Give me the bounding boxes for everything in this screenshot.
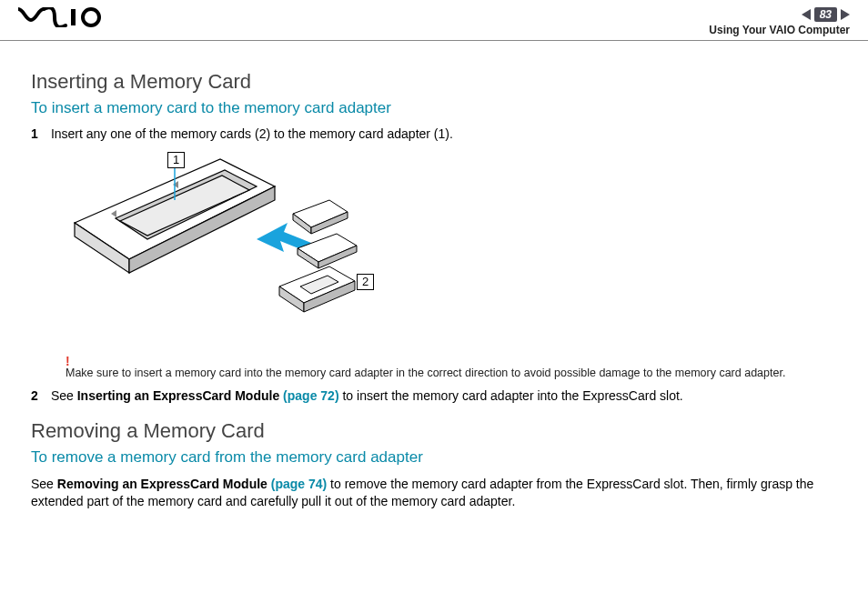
heading-inserting: Inserting a Memory Card (31, 70, 837, 94)
step-1: 1 Insert any one of the memory cards (2)… (31, 126, 837, 141)
link-page-72[interactable]: (page 72) (283, 388, 338, 403)
link-page-74[interactable]: (page 74) (271, 477, 327, 491)
page-content: Inserting a Memory Card To insert a memo… (0, 41, 868, 527)
step-2-bold: Inserting an ExpressCard Module (77, 388, 283, 403)
step-1-text: Insert any one of the memory cards (2) t… (51, 126, 453, 141)
heading-removing: Removing a Memory Card (31, 419, 837, 443)
step-2-number: 2 (31, 388, 47, 403)
vaio-logo (18, 7, 106, 27)
subheading-remove: To remove a memory card from the memory … (31, 448, 837, 467)
step-2-pre: See (51, 388, 77, 403)
step-2-post: to insert the memory card adapter into t… (339, 388, 683, 403)
remove-bold: Removing an ExpressCard Module (57, 477, 271, 491)
header-right: 83 Using Your VAIO Computer (709, 7, 850, 36)
svg-rect-0 (71, 9, 76, 25)
remove-body: See Removing an ExpressCard Module (page… (31, 476, 837, 510)
svg-point-1 (83, 9, 99, 25)
next-page-icon[interactable] (841, 9, 850, 20)
subheading-insert: To insert a memory card to the memory ca… (31, 99, 837, 117)
figure-memory-card: 1 2 (31, 150, 837, 345)
prev-page-icon[interactable] (802, 9, 811, 20)
warning-block: ! Make sure to insert a memory card into… (31, 354, 837, 379)
section-breadcrumb: Using Your VAIO Computer (709, 24, 850, 36)
figure-callout-2: 2 (357, 274, 374, 290)
page-number: 83 (814, 7, 837, 22)
remove-pre: See (31, 477, 57, 491)
step-1-number: 1 (31, 126, 47, 141)
page-header: 83 Using Your VAIO Computer (0, 0, 868, 41)
step-2: 2 See Inserting an ExpressCard Module (p… (31, 388, 837, 403)
figure-callout-1: 1 (167, 152, 185, 168)
page-nav: 83 (709, 7, 850, 22)
warning-text: Make sure to insert a memory card into t… (66, 367, 837, 379)
